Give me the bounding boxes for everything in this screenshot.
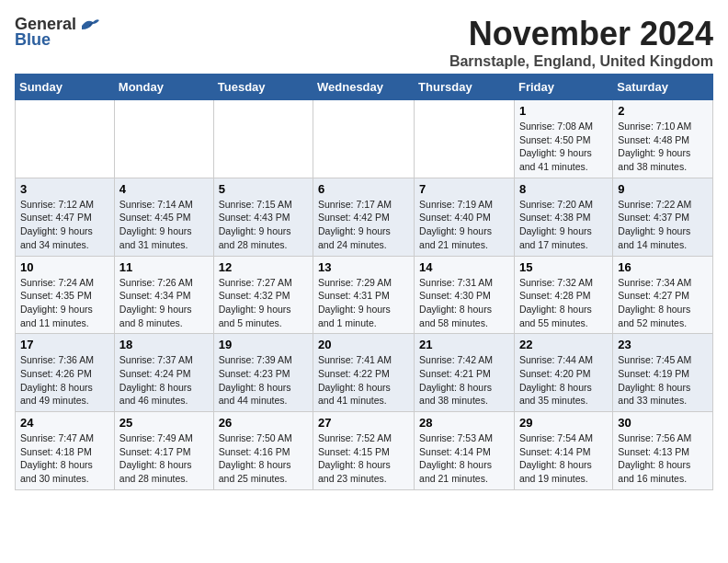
- day-cell: 21Sunrise: 7:42 AM Sunset: 4:21 PM Dayli…: [415, 334, 515, 412]
- month-title: November 2024: [449, 15, 713, 53]
- day-cell: 26Sunrise: 7:50 AM Sunset: 4:16 PM Dayli…: [213, 412, 313, 490]
- day-info: Sunrise: 7:12 AM Sunset: 4:47 PM Dayligh…: [20, 198, 109, 252]
- logo: General Blue: [15, 15, 100, 50]
- day-number: 14: [419, 260, 509, 274]
- day-number: 13: [318, 260, 409, 274]
- day-info: Sunrise: 7:32 AM Sunset: 4:28 PM Dayligh…: [519, 276, 608, 330]
- day-cell: 29Sunrise: 7:54 AM Sunset: 4:14 PM Dayli…: [514, 412, 612, 490]
- day-info: Sunrise: 7:24 AM Sunset: 4:35 PM Dayligh…: [20, 276, 109, 330]
- day-info: Sunrise: 7:27 AM Sunset: 4:32 PM Dayligh…: [219, 276, 308, 330]
- day-cell: 20Sunrise: 7:41 AM Sunset: 4:22 PM Dayli…: [313, 334, 415, 412]
- day-cell: 14Sunrise: 7:31 AM Sunset: 4:30 PM Dayli…: [415, 256, 515, 334]
- day-cell: 6Sunrise: 7:17 AM Sunset: 4:42 PM Daylig…: [313, 178, 415, 256]
- week-row-5: 24Sunrise: 7:47 AM Sunset: 4:18 PM Dayli…: [16, 412, 713, 490]
- day-number: 3: [20, 182, 109, 196]
- day-number: 25: [119, 416, 209, 430]
- day-cell: 4Sunrise: 7:14 AM Sunset: 4:45 PM Daylig…: [114, 178, 213, 256]
- header-row: Sunday Monday Tuesday Wednesday Thursday…: [16, 75, 713, 100]
- day-cell: 1Sunrise: 7:08 AM Sunset: 4:50 PM Daylig…: [514, 100, 612, 178]
- day-cell: 12Sunrise: 7:27 AM Sunset: 4:32 PM Dayli…: [213, 256, 313, 334]
- day-info: Sunrise: 7:47 AM Sunset: 4:18 PM Dayligh…: [20, 431, 109, 486]
- day-cell: 16Sunrise: 7:34 AM Sunset: 4:27 PM Dayli…: [613, 256, 713, 334]
- day-info: Sunrise: 7:19 AM Sunset: 4:40 PM Dayligh…: [419, 198, 509, 252]
- day-info: Sunrise: 7:39 AM Sunset: 4:23 PM Dayligh…: [219, 353, 308, 408]
- day-cell: 13Sunrise: 7:29 AM Sunset: 4:31 PM Dayli…: [313, 256, 415, 334]
- day-number: 21: [419, 338, 509, 351]
- day-number: 27: [318, 416, 409, 430]
- week-row-4: 17Sunrise: 7:36 AM Sunset: 4:26 PM Dayli…: [16, 334, 713, 412]
- day-info: Sunrise: 7:42 AM Sunset: 4:21 PM Dayligh…: [419, 353, 509, 408]
- day-number: 9: [618, 182, 708, 196]
- day-info: Sunrise: 7:50 AM Sunset: 4:16 PM Dayligh…: [219, 431, 308, 486]
- logo-bird-icon: [80, 17, 100, 33]
- day-info: Sunrise: 7:10 AM Sunset: 4:48 PM Dayligh…: [618, 120, 708, 174]
- day-cell: 9Sunrise: 7:22 AM Sunset: 4:37 PM Daylig…: [613, 178, 713, 256]
- day-info: Sunrise: 7:08 AM Sunset: 4:50 PM Dayligh…: [519, 120, 608, 174]
- day-info: Sunrise: 7:22 AM Sunset: 4:37 PM Dayligh…: [618, 198, 708, 252]
- day-cell: 7Sunrise: 7:19 AM Sunset: 4:40 PM Daylig…: [415, 178, 515, 256]
- day-cell: 2Sunrise: 7:10 AM Sunset: 4:48 PM Daylig…: [613, 100, 713, 178]
- day-number: 12: [219, 260, 308, 274]
- day-info: Sunrise: 7:14 AM Sunset: 4:45 PM Dayligh…: [119, 198, 209, 252]
- day-cell: 18Sunrise: 7:37 AM Sunset: 4:24 PM Dayli…: [114, 334, 213, 412]
- day-number: 4: [119, 182, 209, 196]
- day-info: Sunrise: 7:34 AM Sunset: 4:27 PM Dayligh…: [618, 276, 708, 330]
- day-info: Sunrise: 7:36 AM Sunset: 4:26 PM Dayligh…: [20, 353, 109, 408]
- day-number: 18: [119, 338, 209, 351]
- header-sunday: Sunday: [16, 75, 115, 100]
- day-number: 23: [618, 338, 708, 351]
- day-number: 22: [519, 338, 608, 351]
- day-info: Sunrise: 7:29 AM Sunset: 4:31 PM Dayligh…: [318, 276, 409, 330]
- day-number: 7: [419, 182, 509, 196]
- page-header: General Blue November 2024 Barnstaple, E…: [15, 15, 713, 70]
- logo-blue: Blue: [15, 30, 51, 50]
- day-number: 1: [519, 104, 608, 118]
- day-info: Sunrise: 7:41 AM Sunset: 4:22 PM Dayligh…: [318, 353, 409, 408]
- day-cell: 15Sunrise: 7:32 AM Sunset: 4:28 PM Dayli…: [514, 256, 612, 334]
- day-cell: 3Sunrise: 7:12 AM Sunset: 4:47 PM Daylig…: [16, 178, 115, 256]
- day-number: 8: [519, 182, 608, 196]
- day-cell: [213, 100, 313, 178]
- day-cell: 22Sunrise: 7:44 AM Sunset: 4:20 PM Dayli…: [514, 334, 612, 412]
- day-cell: 19Sunrise: 7:39 AM Sunset: 4:23 PM Dayli…: [213, 334, 313, 412]
- day-cell: 28Sunrise: 7:53 AM Sunset: 4:14 PM Dayli…: [415, 412, 515, 490]
- day-number: 26: [219, 416, 308, 430]
- calendar-body: 1Sunrise: 7:08 AM Sunset: 4:50 PM Daylig…: [16, 100, 713, 490]
- day-number: 30: [618, 416, 708, 430]
- day-info: Sunrise: 7:53 AM Sunset: 4:14 PM Dayligh…: [419, 431, 509, 486]
- day-number: 10: [20, 260, 109, 274]
- day-cell: 30Sunrise: 7:56 AM Sunset: 4:13 PM Dayli…: [613, 412, 713, 490]
- day-cell: 10Sunrise: 7:24 AM Sunset: 4:35 PM Dayli…: [16, 256, 115, 334]
- day-info: Sunrise: 7:56 AM Sunset: 4:13 PM Dayligh…: [618, 431, 708, 486]
- day-info: Sunrise: 7:52 AM Sunset: 4:15 PM Dayligh…: [318, 431, 409, 486]
- header-friday: Friday: [514, 75, 612, 100]
- day-number: 19: [219, 338, 308, 351]
- location-title: Barnstaple, England, United Kingdom: [449, 53, 713, 70]
- day-info: Sunrise: 7:20 AM Sunset: 4:38 PM Dayligh…: [519, 198, 608, 252]
- day-info: Sunrise: 7:31 AM Sunset: 4:30 PM Dayligh…: [419, 276, 509, 330]
- day-info: Sunrise: 7:45 AM Sunset: 4:19 PM Dayligh…: [618, 353, 708, 408]
- day-info: Sunrise: 7:49 AM Sunset: 4:17 PM Dayligh…: [119, 431, 209, 486]
- day-cell: 11Sunrise: 7:26 AM Sunset: 4:34 PM Dayli…: [114, 256, 213, 334]
- day-cell: [313, 100, 415, 178]
- day-info: Sunrise: 7:54 AM Sunset: 4:14 PM Dayligh…: [519, 431, 608, 486]
- day-info: Sunrise: 7:26 AM Sunset: 4:34 PM Dayligh…: [119, 276, 209, 330]
- day-cell: 5Sunrise: 7:15 AM Sunset: 4:43 PM Daylig…: [213, 178, 313, 256]
- day-number: 24: [20, 416, 109, 430]
- header-thursday: Thursday: [415, 75, 515, 100]
- day-cell: 23Sunrise: 7:45 AM Sunset: 4:19 PM Dayli…: [613, 334, 713, 412]
- day-number: 16: [618, 260, 708, 274]
- day-number: 6: [318, 182, 409, 196]
- calendar-header: Sunday Monday Tuesday Wednesday Thursday…: [16, 75, 713, 100]
- day-info: Sunrise: 7:44 AM Sunset: 4:20 PM Dayligh…: [519, 353, 608, 408]
- week-row-2: 3Sunrise: 7:12 AM Sunset: 4:47 PM Daylig…: [16, 178, 713, 256]
- day-number: 17: [20, 338, 109, 351]
- day-cell: 27Sunrise: 7:52 AM Sunset: 4:15 PM Dayli…: [313, 412, 415, 490]
- day-number: 29: [519, 416, 608, 430]
- day-number: 15: [519, 260, 608, 274]
- week-row-1: 1Sunrise: 7:08 AM Sunset: 4:50 PM Daylig…: [16, 100, 713, 178]
- week-row-3: 10Sunrise: 7:24 AM Sunset: 4:35 PM Dayli…: [16, 256, 713, 334]
- day-cell: 17Sunrise: 7:36 AM Sunset: 4:26 PM Dayli…: [16, 334, 115, 412]
- day-number: 20: [318, 338, 409, 351]
- header-monday: Monday: [114, 75, 213, 100]
